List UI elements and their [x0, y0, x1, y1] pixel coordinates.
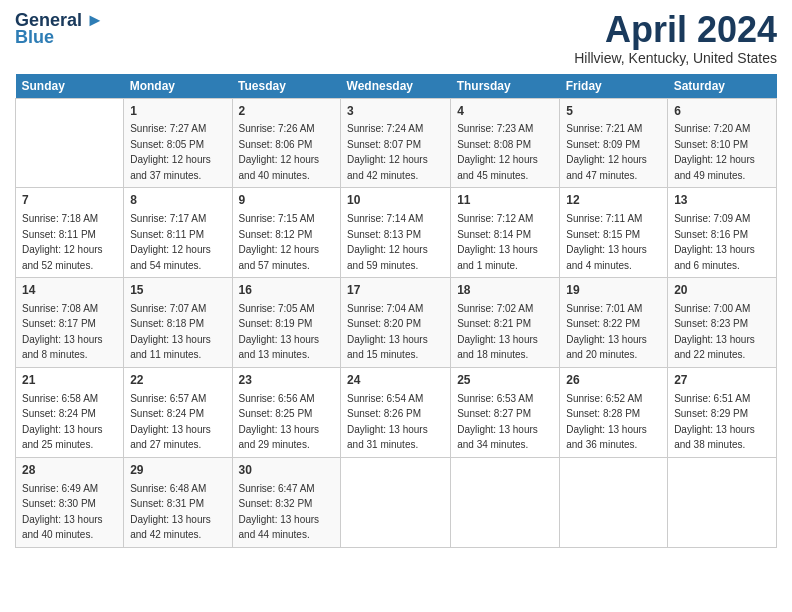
logo-arrow-icon: ► [86, 10, 104, 31]
cell-info: Sunrise: 7:21 AMSunset: 8:09 PMDaylight:… [566, 123, 647, 181]
table-row: 14Sunrise: 7:08 AMSunset: 8:17 PMDayligh… [16, 278, 124, 368]
cell-info: Sunrise: 6:58 AMSunset: 8:24 PMDaylight:… [22, 393, 103, 451]
cell-info: Sunrise: 6:56 AMSunset: 8:25 PMDaylight:… [239, 393, 320, 451]
table-row: 2Sunrise: 7:26 AMSunset: 8:06 PMDaylight… [232, 98, 341, 188]
table-row: 22Sunrise: 6:57 AMSunset: 8:24 PMDayligh… [124, 367, 232, 457]
cell-info: Sunrise: 6:49 AMSunset: 8:30 PMDaylight:… [22, 483, 103, 541]
day-number: 20 [674, 282, 770, 299]
cell-info: Sunrise: 7:00 AMSunset: 8:23 PMDaylight:… [674, 303, 755, 361]
cell-info: Sunrise: 7:20 AMSunset: 8:10 PMDaylight:… [674, 123, 755, 181]
cell-info: Sunrise: 7:07 AMSunset: 8:18 PMDaylight:… [130, 303, 211, 361]
cell-info: Sunrise: 7:18 AMSunset: 8:11 PMDaylight:… [22, 213, 103, 271]
cell-info: Sunrise: 7:15 AMSunset: 8:12 PMDaylight:… [239, 213, 320, 271]
cell-info: Sunrise: 7:08 AMSunset: 8:17 PMDaylight:… [22, 303, 103, 361]
table-row [341, 457, 451, 547]
table-row [451, 457, 560, 547]
cell-info: Sunrise: 6:53 AMSunset: 8:27 PMDaylight:… [457, 393, 538, 451]
day-number: 2 [239, 103, 335, 120]
table-row: 25Sunrise: 6:53 AMSunset: 8:27 PMDayligh… [451, 367, 560, 457]
table-row [668, 457, 777, 547]
cell-info: Sunrise: 6:51 AMSunset: 8:29 PMDaylight:… [674, 393, 755, 451]
table-row: 23Sunrise: 6:56 AMSunset: 8:25 PMDayligh… [232, 367, 341, 457]
day-number: 19 [566, 282, 661, 299]
table-row: 27Sunrise: 6:51 AMSunset: 8:29 PMDayligh… [668, 367, 777, 457]
table-row: 4Sunrise: 7:23 AMSunset: 8:08 PMDaylight… [451, 98, 560, 188]
table-row: 16Sunrise: 7:05 AMSunset: 8:19 PMDayligh… [232, 278, 341, 368]
cell-info: Sunrise: 6:47 AMSunset: 8:32 PMDaylight:… [239, 483, 320, 541]
table-row [16, 98, 124, 188]
cell-info: Sunrise: 7:12 AMSunset: 8:14 PMDaylight:… [457, 213, 538, 271]
day-number: 6 [674, 103, 770, 120]
table-row: 9Sunrise: 7:15 AMSunset: 8:12 PMDaylight… [232, 188, 341, 278]
page-subtitle: Hillview, Kentucky, United States [574, 50, 777, 66]
cell-info: Sunrise: 7:23 AMSunset: 8:08 PMDaylight:… [457, 123, 538, 181]
table-row: 11Sunrise: 7:12 AMSunset: 8:14 PMDayligh… [451, 188, 560, 278]
table-row: 29Sunrise: 6:48 AMSunset: 8:31 PMDayligh… [124, 457, 232, 547]
cell-info: Sunrise: 6:57 AMSunset: 8:24 PMDaylight:… [130, 393, 211, 451]
calendar-week-row: 1Sunrise: 7:27 AMSunset: 8:05 PMDaylight… [16, 98, 777, 188]
table-row: 3Sunrise: 7:24 AMSunset: 8:07 PMDaylight… [341, 98, 451, 188]
table-row: 17Sunrise: 7:04 AMSunset: 8:20 PMDayligh… [341, 278, 451, 368]
cell-info: Sunrise: 7:02 AMSunset: 8:21 PMDaylight:… [457, 303, 538, 361]
day-number: 21 [22, 372, 117, 389]
table-row: 7Sunrise: 7:18 AMSunset: 8:11 PMDaylight… [16, 188, 124, 278]
table-row: 13Sunrise: 7:09 AMSunset: 8:16 PMDayligh… [668, 188, 777, 278]
day-number: 7 [22, 192, 117, 209]
cell-info: Sunrise: 7:01 AMSunset: 8:22 PMDaylight:… [566, 303, 647, 361]
calendar-week-row: 28Sunrise: 6:49 AMSunset: 8:30 PMDayligh… [16, 457, 777, 547]
cell-info: Sunrise: 7:05 AMSunset: 8:19 PMDaylight:… [239, 303, 320, 361]
col-sunday: Sunday [16, 74, 124, 99]
table-row: 10Sunrise: 7:14 AMSunset: 8:13 PMDayligh… [341, 188, 451, 278]
col-tuesday: Tuesday [232, 74, 341, 99]
day-number: 17 [347, 282, 444, 299]
cell-info: Sunrise: 7:09 AMSunset: 8:16 PMDaylight:… [674, 213, 755, 271]
table-row: 20Sunrise: 7:00 AMSunset: 8:23 PMDayligh… [668, 278, 777, 368]
table-row: 30Sunrise: 6:47 AMSunset: 8:32 PMDayligh… [232, 457, 341, 547]
table-row: 21Sunrise: 6:58 AMSunset: 8:24 PMDayligh… [16, 367, 124, 457]
col-wednesday: Wednesday [341, 74, 451, 99]
day-number: 9 [239, 192, 335, 209]
day-number: 23 [239, 372, 335, 389]
day-number: 30 [239, 462, 335, 479]
page: General ► Blue April 2024 Hillview, Kent… [0, 0, 792, 612]
table-row: 19Sunrise: 7:01 AMSunset: 8:22 PMDayligh… [560, 278, 668, 368]
day-number: 14 [22, 282, 117, 299]
cell-info: Sunrise: 7:27 AMSunset: 8:05 PMDaylight:… [130, 123, 211, 181]
cell-info: Sunrise: 7:26 AMSunset: 8:06 PMDaylight:… [239, 123, 320, 181]
cell-info: Sunrise: 7:24 AMSunset: 8:07 PMDaylight:… [347, 123, 428, 181]
table-row: 8Sunrise: 7:17 AMSunset: 8:11 PMDaylight… [124, 188, 232, 278]
header: General ► Blue April 2024 Hillview, Kent… [15, 10, 777, 66]
day-number: 24 [347, 372, 444, 389]
col-monday: Monday [124, 74, 232, 99]
calendar-week-row: 14Sunrise: 7:08 AMSunset: 8:17 PMDayligh… [16, 278, 777, 368]
col-thursday: Thursday [451, 74, 560, 99]
logo-blue-text: Blue [15, 27, 54, 48]
page-title: April 2024 [574, 10, 777, 50]
day-number: 15 [130, 282, 225, 299]
day-number: 1 [130, 103, 225, 120]
day-number: 29 [130, 462, 225, 479]
table-row: 5Sunrise: 7:21 AMSunset: 8:09 PMDaylight… [560, 98, 668, 188]
table-row: 28Sunrise: 6:49 AMSunset: 8:30 PMDayligh… [16, 457, 124, 547]
title-area: April 2024 Hillview, Kentucky, United St… [574, 10, 777, 66]
table-row: 26Sunrise: 6:52 AMSunset: 8:28 PMDayligh… [560, 367, 668, 457]
day-number: 3 [347, 103, 444, 120]
day-number: 11 [457, 192, 553, 209]
day-number: 10 [347, 192, 444, 209]
table-row: 6Sunrise: 7:20 AMSunset: 8:10 PMDaylight… [668, 98, 777, 188]
table-row: 12Sunrise: 7:11 AMSunset: 8:15 PMDayligh… [560, 188, 668, 278]
cell-info: Sunrise: 6:48 AMSunset: 8:31 PMDaylight:… [130, 483, 211, 541]
day-number: 16 [239, 282, 335, 299]
day-number: 27 [674, 372, 770, 389]
calendar-week-row: 7Sunrise: 7:18 AMSunset: 8:11 PMDaylight… [16, 188, 777, 278]
table-row: 18Sunrise: 7:02 AMSunset: 8:21 PMDayligh… [451, 278, 560, 368]
calendar-table: Sunday Monday Tuesday Wednesday Thursday… [15, 74, 777, 548]
day-number: 28 [22, 462, 117, 479]
cell-info: Sunrise: 7:04 AMSunset: 8:20 PMDaylight:… [347, 303, 428, 361]
day-number: 22 [130, 372, 225, 389]
table-row [560, 457, 668, 547]
cell-info: Sunrise: 7:11 AMSunset: 8:15 PMDaylight:… [566, 213, 647, 271]
day-number: 12 [566, 192, 661, 209]
cell-info: Sunrise: 6:54 AMSunset: 8:26 PMDaylight:… [347, 393, 428, 451]
day-number: 25 [457, 372, 553, 389]
